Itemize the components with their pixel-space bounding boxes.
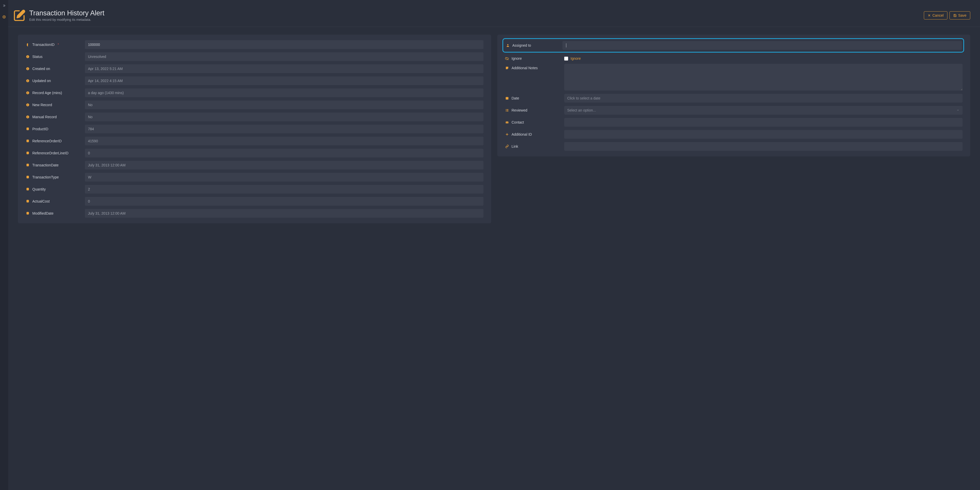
info-icon [25, 79, 30, 83]
svg-rect-10 [27, 81, 28, 81]
database-icon [25, 187, 30, 191]
svg-rect-20 [27, 116, 28, 116]
database-icon [25, 199, 30, 203]
label-additional-id: Additional ID [505, 132, 560, 137]
cancel-button-label: Cancel [932, 13, 943, 18]
label-ref-order-line: ReferenceOrderLineID [25, 151, 81, 155]
main-area: Transaction History Alert Edit this reco… [8, 0, 980, 490]
label-ignore: Ignore [505, 56, 560, 60]
page-title: Transaction History Alert [29, 9, 104, 17]
label-txn-date: TransactionDate [25, 163, 81, 167]
chevron-double-right-icon [2, 4, 6, 8]
reviewed-select-value: Select an option... [564, 106, 963, 115]
ignore-checkbox[interactable] [564, 57, 568, 60]
label-modified-date: ModifiedDate [25, 211, 81, 215]
modified-date-value: July 31, 2013 12:00 AM [85, 209, 484, 218]
link-input[interactable] [564, 142, 963, 151]
sidebar-expand-button[interactable] [2, 3, 7, 8]
svg-rect-40 [506, 111, 508, 111]
info-icon [25, 103, 30, 107]
transaction-id-input[interactable] [85, 40, 484, 49]
quantity-value: 2 [85, 185, 484, 194]
info-icon [25, 67, 30, 71]
svg-point-29 [507, 44, 508, 45]
edit-record-icon [13, 9, 25, 22]
calendar-icon [505, 96, 509, 100]
label-txn-type: TransactionType [25, 175, 81, 179]
link-icon [505, 144, 509, 148]
label-new-record: New Record [25, 103, 81, 107]
label-transaction-id: TransactionID * [25, 43, 81, 47]
label-actual-cost: ActualCost [25, 199, 81, 203]
list-icon [505, 108, 509, 112]
svg-rect-13 [27, 92, 28, 94]
sticky-note-icon [505, 66, 509, 70]
svg-rect-36 [506, 109, 508, 110]
created-on-value: Apr 13, 2022 5:21 AM [85, 64, 484, 73]
database-icon [25, 151, 30, 155]
sidebar-add-button[interactable] [2, 14, 7, 19]
txn-date-value: July 31, 2013 12:00 AM [85, 161, 484, 170]
label-quantity: Quantity [25, 187, 81, 191]
label-ref-order-id: ReferenceOrderID [25, 139, 81, 143]
label-status: Status [25, 55, 81, 59]
page-header: Transaction History Alert Edit this reco… [8, 0, 980, 27]
actual-cost-value: 0 [85, 197, 484, 206]
key-icon [25, 43, 30, 47]
label-link: Link [505, 144, 560, 148]
info-icon [25, 115, 30, 119]
database-icon [25, 211, 30, 215]
cancel-button[interactable]: Cancel [924, 11, 947, 19]
ref-order-line-value: 0 [85, 149, 484, 158]
content-columns: TransactionID * Status Unresolved Create… [8, 27, 980, 223]
svg-rect-37 [506, 110, 506, 110]
contact-input[interactable] [564, 118, 963, 127]
date-input[interactable] [564, 94, 963, 103]
svg-rect-5 [27, 56, 28, 56]
plus-circle-icon [2, 15, 6, 19]
additional-id-input[interactable] [564, 130, 963, 139]
label-product-id: ProductID [25, 127, 81, 131]
close-icon [928, 14, 931, 17]
svg-rect-35 [506, 109, 506, 110]
notes-textarea[interactable] [564, 64, 963, 91]
ignore-check-label: Ignore [571, 56, 581, 60]
assigned-to-highlight: Assigned to [503, 38, 964, 52]
reviewed-select[interactable]: Select an option... [564, 106, 963, 115]
required-marker: * [58, 43, 59, 46]
envelope-icon [505, 120, 509, 124]
new-record-value: No [85, 100, 484, 109]
page-subtitle: Edit this record by modifying its metada… [29, 18, 104, 22]
svg-rect-4 [27, 56, 28, 57]
record-age-value: a day ago (1430 mins) [85, 89, 484, 97]
svg-rect-14 [27, 92, 28, 92]
product-id-value: 784 [85, 125, 484, 133]
text-cursor-icon [566, 43, 566, 48]
plus-icon [505, 132, 509, 137]
svg-rect-32 [506, 97, 508, 98]
svg-rect-16 [27, 105, 28, 106]
label-assigned-to: Assigned to [503, 43, 558, 48]
label-contact: Contact [505, 120, 560, 124]
sidebar-collapsed [0, 0, 8, 490]
eye-off-icon [505, 56, 509, 60]
info-icon [25, 91, 30, 95]
assigned-to-input[interactable] [562, 41, 962, 50]
user-icon [506, 43, 510, 48]
manual-record-value: No [85, 113, 484, 121]
database-icon [25, 163, 30, 167]
label-notes: Additional Notes [505, 64, 560, 70]
label-manual-record: Manual Record [25, 115, 81, 119]
info-icon [25, 55, 30, 59]
svg-rect-39 [506, 111, 506, 111]
svg-rect-38 [506, 110, 508, 110]
svg-rect-7 [27, 68, 28, 70]
label-reviewed: Reviewed [505, 108, 560, 112]
header-actions: Cancel Save [924, 11, 970, 19]
header-left: Transaction History Alert Edit this reco… [13, 9, 104, 22]
svg-rect-19 [27, 117, 28, 118]
label-created-on: Created on [25, 67, 81, 71]
svg-rect-11 [27, 80, 28, 80]
status-value: Unresolved [85, 52, 484, 61]
save-button[interactable]: Save [950, 11, 970, 19]
